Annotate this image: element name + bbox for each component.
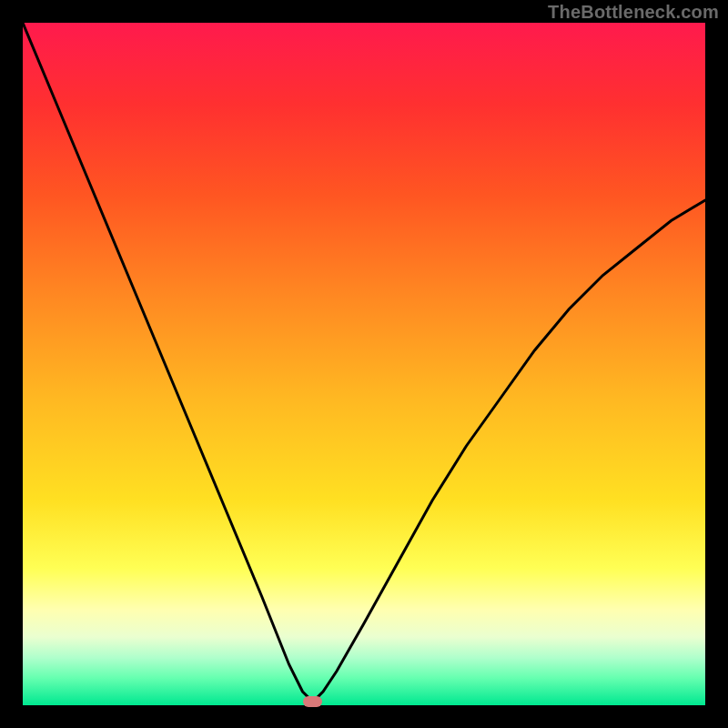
chart-frame: TheBottleneck.com bbox=[0, 0, 728, 728]
optimal-marker bbox=[303, 696, 322, 707]
plot-area bbox=[23, 23, 705, 705]
watermark-text: TheBottleneck.com bbox=[548, 2, 719, 23]
curve-svg bbox=[23, 23, 705, 705]
bottleneck-curve bbox=[23, 23, 705, 702]
